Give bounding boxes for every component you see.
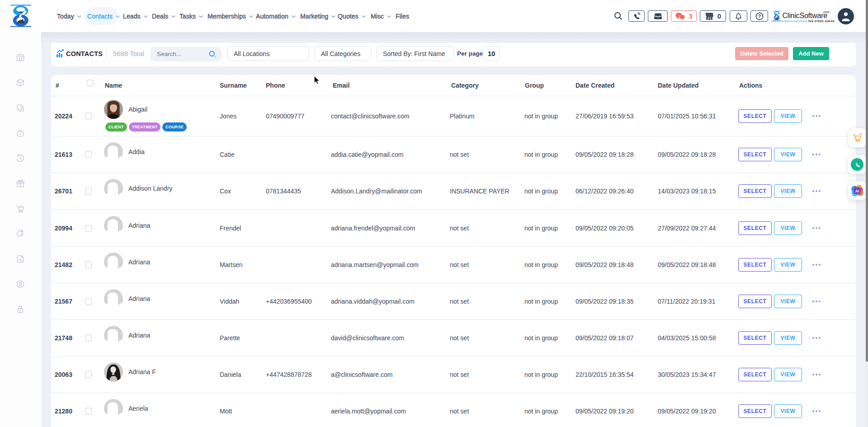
svg-text:.com: .com: [822, 10, 830, 14]
svg-text:TEN STEPS AHEAD: TEN STEPS AHEAD: [808, 20, 835, 23]
svg-text:12: 12: [19, 57, 22, 61]
svg-text:AI: AI: [855, 189, 859, 193]
svg-text:ClinicSoftware: ClinicSoftware: [783, 12, 828, 19]
svg-text:?: ?: [758, 14, 760, 19]
